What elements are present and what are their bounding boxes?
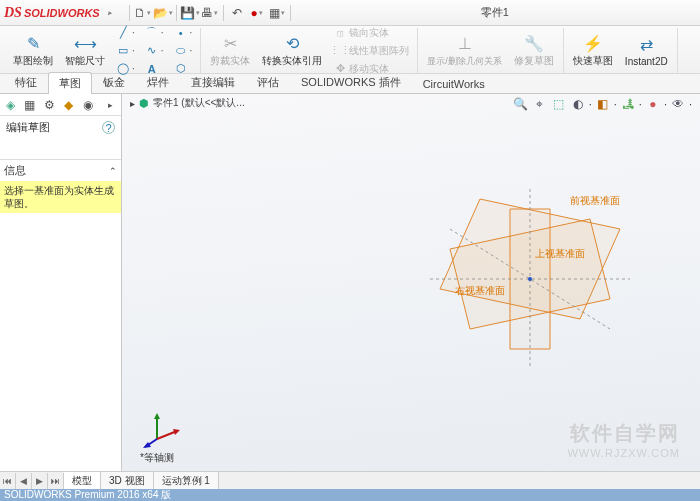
3dview-tab[interactable]: 3D 视图 [101,472,154,490]
hide-show-icon[interactable]: 👁 [670,96,686,112]
dimension-label: 智能尺寸 [65,54,105,68]
display-style-icon[interactable]: ◐ [570,96,586,112]
modify-column: ⎅镜向实体 ⋮⋮线性草图阵列 ✥移动实体 [328,25,414,77]
svg-marker-8 [154,413,160,419]
section-icon[interactable]: ◧ [595,96,611,112]
sketch-icon: ✎ [23,33,43,53]
trim-label: 剪裁实体 [210,54,250,68]
smart-dimension-button[interactable]: ⟷ 智能尺寸 [60,31,110,70]
quick-label: 快速草图 [573,54,613,68]
reference-planes: 前视基准面 上视基准面 右视基准面 [420,189,640,369]
motion-tab[interactable]: 运动算例 1 [154,472,219,490]
zoom-area-icon[interactable]: ⌖ [532,96,548,112]
app-menu-dropdown[interactable]: ▸ [102,5,118,21]
open-file-icon[interactable]: 📂▾ [155,5,171,21]
relations-icon: ⊥ [455,34,475,54]
view-orient-icon[interactable]: ⬚ [551,96,567,112]
top-plane-label[interactable]: 上视基准面 [535,247,585,261]
dimension-icon: ⟷ [75,33,95,53]
panel-tab-display[interactable]: ◉ [80,96,97,114]
options-icon[interactable]: ▦▾ [269,5,285,21]
quick-sketch-button[interactable]: ⚡ 快速草图 [568,31,618,70]
panel-tab-dim[interactable]: ◆ [61,96,78,114]
separator [223,5,224,21]
mirror-tool: ⎅镜向实体 [331,25,411,41]
ribbon-group-modify: ✂ 剪裁实体 ⟲ 转换实体引用 ⎅镜向实体 ⋮⋮线性草图阵列 ✥移动实体 [201,28,418,73]
tab-sheetmetal[interactable]: 钣金 [92,71,136,93]
tab-evaluate[interactable]: 评估 [246,71,290,93]
instant2d-button[interactable]: ⇄ Instant2D [620,33,673,69]
graphics-viewport[interactable]: ▸ ⬢ 零件1 (默认<<默认... 🔍 ⌖ ⬚ ◐· ◧· 🏞· ●· 👁· [122,94,700,489]
coordinate-triad[interactable] [142,409,182,449]
tab-directedit[interactable]: 直接编辑 [180,71,246,93]
panel-tabs: ◈ ▦ ⚙ ◆ ◉ ▸ [0,94,121,116]
print-icon[interactable]: 🖶▾ [202,5,218,21]
tab-weldment[interactable]: 焊件 [136,71,180,93]
info-label: 信息 [4,163,26,178]
panel-title: 编辑草图 [6,120,50,135]
tab-feature[interactable]: 特征 [4,71,48,93]
instant-icon: ⇄ [636,35,656,55]
repair-button: 🔧 修复草图 [509,31,559,70]
model-tabs-bar: ⏮ ◀ ▶ ⏭ 模型 3D 视图 运动算例 1 [0,471,700,489]
breadcrumb-text[interactable]: 零件1 (默认<<默认... [153,96,245,110]
app-name: SOLIDWORKS [24,7,100,19]
watermark-url: WWW.RJZXW.COM [567,447,680,459]
panel-title-row: 编辑草图 ? [0,116,121,139]
arc-tool[interactable]: ⌒· [143,25,166,41]
undo-icon[interactable]: ↶ [229,5,245,21]
slot-tool[interactable]: ⬭· [172,43,195,59]
panel-tab-tree[interactable]: ◈ [2,96,19,114]
panel-tab-property[interactable]: ▦ [22,96,39,114]
rect-tool[interactable]: ▭· [114,43,137,59]
info-section-header[interactable]: 信息 ⌃ [0,159,121,181]
main-area: ◈ ▦ ⚙ ◆ ◉ ▸ 编辑草图 ? 信息 ⌃ 选择一基准面为实体生成草图。 ▸… [0,94,700,489]
tab-last-icon[interactable]: ⏭ [48,473,64,489]
display-relations-button: ⊥ 显示/删除几何关系 [422,32,507,70]
repair-label: 修复草图 [514,54,554,68]
sketch-tools-column2: ⌒· ∿· A [140,25,169,77]
watermark-title: 软件自学网 [567,420,680,447]
sketch-tools-column3: •· ⬭· ⬡ [169,25,198,77]
line-tool[interactable]: ╱· [114,25,137,41]
convert-button[interactable]: ⟲ 转换实体引用 [257,31,327,70]
app-logo: DS SOLIDWORKS ▸ [4,5,120,21]
tab-circuitworks[interactable]: CircuitWorks [412,74,496,93]
new-file-icon[interactable]: 🗋▾ [135,5,151,21]
tab-prev-icon[interactable]: ◀ [16,473,32,489]
front-plane-label[interactable]: 前视基准面 [570,194,620,208]
document-title: 零件1 [294,5,696,20]
view-orientation-label: *等轴测 [140,451,174,465]
tab-nav: ⏮ ◀ ▶ ⏭ [0,473,64,489]
model-tab[interactable]: 模型 [64,472,101,490]
scene-icon[interactable]: 🏞 [620,96,636,112]
breadcrumb: ▸ ⬢ 零件1 (默认<<默认... [130,96,245,110]
zoom-fit-icon[interactable]: 🔍 [513,96,529,112]
appearance-icon[interactable]: ● [645,96,661,112]
move-tool: ✥移动实体 [331,61,411,77]
save-icon[interactable]: 💾▾ [182,5,198,21]
ribbon-toolbar: ✎ 草图绘制 ⟷ 智能尺寸 ╱· ▭· ◯· ⌒· ∿· A •· ⬭· ⬡ ✂… [0,26,700,74]
separator [290,5,291,21]
tab-sketch[interactable]: 草图 [48,72,92,94]
panel-expand[interactable]: ▸ [103,96,120,114]
sketch-tools-column: ╱· ▭· ◯· [111,25,140,77]
point-tool[interactable]: •· [172,25,195,41]
spline-tool[interactable]: ∿· [143,43,166,59]
pattern-tool: ⋮⋮线性草图阵列 [331,43,411,59]
feature-tabs: 特征 草图 钣金 焊件 直接编辑 评估 SOLIDWORKS 插件 Circui… [0,74,700,94]
sketch-button[interactable]: ✎ 草图绘制 [8,31,58,70]
right-plane-label[interactable]: 右视基准面 [455,284,505,298]
svg-marker-10 [173,429,180,435]
tab-next-icon[interactable]: ▶ [32,473,48,489]
tab-first-icon[interactable]: ⏮ [0,473,16,489]
info-message: 选择一基准面为实体生成草图。 [0,181,121,213]
watermark: 软件自学网 WWW.RJZXW.COM [567,420,680,459]
rebuild-icon[interactable]: ●▾ [249,5,265,21]
ribbon-group-sketch: ✎ 草图绘制 ⟷ 智能尺寸 ╱· ▭· ◯· ⌒· ∿· A •· ⬭· ⬡ [4,28,201,73]
help-icon[interactable]: ? [102,121,115,134]
panel-tab-config[interactable]: ⚙ [41,96,58,114]
feature-manager-panel: ◈ ▦ ⚙ ◆ ◉ ▸ 编辑草图 ? 信息 ⌃ 选择一基准面为实体生成草图。 [0,94,122,489]
expand-icon[interactable]: ▸ [130,98,135,109]
title-bar: DS SOLIDWORKS ▸ 🗋▾ 📂▾ 💾▾ 🖶▾ ↶ ●▾ ▦▾ 零件1 [0,0,700,26]
